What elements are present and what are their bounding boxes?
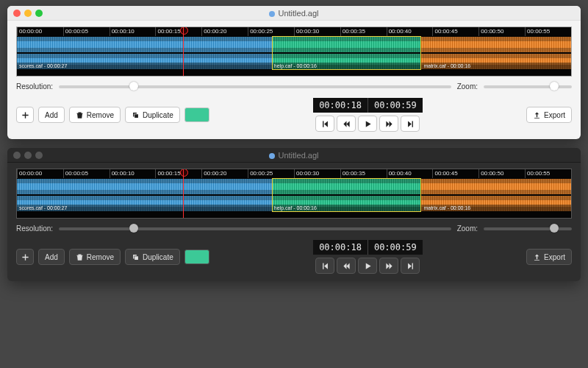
- window-dark: Untitled.agl00:00:0000:00:0500:00:1000:0…: [7, 148, 581, 281]
- step-fwd-icon: [385, 120, 393, 128]
- playhead[interactable]: [183, 27, 184, 76]
- zoom-slider[interactable]: [484, 227, 572, 230]
- upload-icon: [533, 253, 541, 261]
- titlebar[interactable]: Untitled.agl: [7, 148, 581, 163]
- clip-blue[interactable]: scores.caf - 00:00:27: [17, 178, 272, 212]
- add-icon-button[interactable]: [16, 107, 34, 123]
- step-forward-button[interactable]: [379, 116, 398, 132]
- play-icon: [364, 120, 372, 128]
- add-icon-button[interactable]: [16, 249, 34, 265]
- skip-end-icon: [406, 262, 415, 270]
- step-back-icon: [343, 120, 351, 128]
- upload-icon: [533, 111, 541, 119]
- clip-label: matrix.caf - 00:00:16: [421, 205, 571, 212]
- transport: 00:00:1800:00:59: [313, 98, 423, 132]
- clip-blue[interactable]: scores.caf - 00:00:27: [17, 36, 272, 70]
- bottom-toolbar: AddRemoveDuplicate00:00:1800:00:59Export: [16, 98, 572, 132]
- step-back-button[interactable]: [337, 258, 356, 274]
- timeline[interactable]: 00:00:0000:00:0500:00:1000:00:1500:00:20…: [16, 26, 572, 77]
- duplicate-icon: [132, 253, 140, 261]
- clip-label: help.caf - 00:00:16: [272, 63, 422, 70]
- zoom-label: Zoom:: [457, 224, 478, 233]
- plus-icon: [21, 253, 29, 261]
- zoom-label: Zoom:: [457, 82, 478, 91]
- clip-orange[interactable]: matrix.caf - 00:00:16: [421, 36, 571, 70]
- add-button[interactable]: Add: [38, 249, 65, 265]
- skip-start-icon: [321, 262, 329, 270]
- skip-start-button[interactable]: [315, 258, 334, 274]
- skip-end-button[interactable]: [401, 116, 420, 132]
- duplicate-button[interactable]: Duplicate: [125, 249, 180, 265]
- step-fwd-icon: [385, 262, 393, 270]
- playhead[interactable]: [183, 169, 184, 218]
- export-button[interactable]: Export: [526, 107, 572, 123]
- step-forward-button[interactable]: [379, 258, 398, 274]
- remove-button[interactable]: Remove: [69, 249, 121, 265]
- resolution-label: Resolution:: [16, 82, 53, 91]
- transport: 00:00:1800:00:59: [313, 240, 423, 274]
- document-icon: [269, 153, 275, 159]
- remove-button[interactable]: Remove: [69, 107, 121, 123]
- zoom-slider[interactable]: [484, 85, 572, 88]
- time-total: 00:00:59: [368, 240, 423, 255]
- clip-orange[interactable]: matrix.caf - 00:00:16: [421, 178, 571, 212]
- step-back-icon: [343, 262, 351, 270]
- clip-label: matrix.caf - 00:00:16: [421, 63, 571, 70]
- time-ruler: 00:00:0000:00:0500:00:1000:00:1500:00:20…: [17, 27, 571, 36]
- duplicate-icon: [132, 111, 140, 119]
- clip-green[interactable]: help.caf - 00:00:16: [272, 36, 422, 70]
- skip-start-button[interactable]: [315, 116, 334, 132]
- clip-green[interactable]: help.caf - 00:00:16: [272, 178, 422, 212]
- document-icon: [269, 11, 275, 17]
- plus-icon: [21, 111, 29, 119]
- clip-label: scores.caf - 00:00:27: [17, 63, 272, 70]
- timeline[interactable]: 00:00:0000:00:0500:00:1000:00:1500:00:20…: [16, 169, 572, 219]
- skip-end-icon: [406, 120, 415, 128]
- skip-start-icon: [321, 120, 329, 128]
- step-back-button[interactable]: [337, 116, 356, 132]
- trash-icon: [76, 253, 84, 261]
- color-swatch[interactable]: [184, 250, 209, 264]
- resolution-label: Resolution:: [16, 224, 53, 233]
- duplicate-button[interactable]: Duplicate: [125, 107, 180, 123]
- time-current: 00:00:18: [313, 98, 368, 113]
- play-button[interactable]: [358, 116, 377, 132]
- clip-label: help.caf - 00:00:16: [272, 205, 422, 212]
- trash-icon: [76, 111, 84, 119]
- clip-label: scores.caf - 00:00:27: [17, 205, 272, 212]
- resolution-slider[interactable]: [59, 227, 451, 230]
- play-icon: [364, 262, 372, 270]
- color-swatch[interactable]: [184, 107, 209, 122]
- bottom-toolbar: AddRemoveDuplicate00:00:1800:00:59Export: [16, 240, 572, 274]
- titlebar[interactable]: Untitled.agl: [7, 6, 581, 21]
- window-title: Untitled.agl: [7, 151, 581, 160]
- time-total: 00:00:59: [368, 98, 423, 113]
- export-button[interactable]: Export: [526, 249, 572, 265]
- resolution-slider[interactable]: [59, 85, 451, 88]
- window-light: Untitled.agl00:00:0000:00:0500:00:1000:0…: [7, 6, 581, 139]
- play-button[interactable]: [358, 258, 377, 274]
- time-ruler: 00:00:0000:00:0500:00:1000:00:1500:00:20…: [17, 169, 571, 178]
- time-current: 00:00:18: [313, 240, 368, 255]
- add-button[interactable]: Add: [38, 107, 65, 123]
- window-title: Untitled.agl: [7, 9, 581, 18]
- skip-end-button[interactable]: [401, 258, 420, 274]
